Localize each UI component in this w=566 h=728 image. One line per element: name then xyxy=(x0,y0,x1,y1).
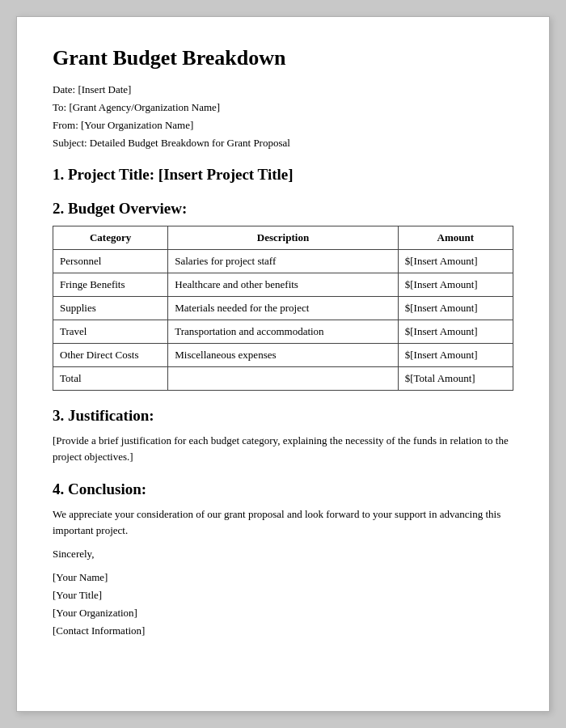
signature-block: [Your Name] [Your Title] [Your Organizat… xyxy=(53,569,513,640)
signature-title: [Your Title] xyxy=(53,586,513,604)
conclusion-text: We appreciate your consideration of our … xyxy=(53,506,513,538)
subject-line: Subject: Detailed Budget Breakdown for G… xyxy=(53,137,513,150)
table-cell-1-0: Fringe Benefits xyxy=(53,273,168,297)
table-row: Other Direct CostsMiscellaneous expenses… xyxy=(53,344,513,367)
signature-contact: [Contact Information] xyxy=(53,622,513,640)
to-line: To: [Grant Agency/Organization Name] xyxy=(53,101,513,114)
table-header-amount: Amount xyxy=(398,226,513,250)
table-cell-2-1: Materials needed for the project xyxy=(168,297,399,320)
table-cell-4-0: Other Direct Costs xyxy=(53,344,168,367)
table-cell-4-2: $[Insert Amount] xyxy=(398,344,513,367)
table-cell-5-1 xyxy=(168,367,399,391)
budget-table: Category Description Amount PersonnelSal… xyxy=(53,226,513,391)
signature-organization: [Your Organization] xyxy=(53,604,513,622)
sincerely-text: Sincerely, xyxy=(53,548,513,561)
table-cell-4-1: Miscellaneous expenses xyxy=(168,344,399,367)
table-cell-3-2: $[Insert Amount] xyxy=(398,320,513,344)
table-cell-2-2: $[Insert Amount] xyxy=(398,297,513,320)
justification-text: [Provide a brief justification for each … xyxy=(53,433,513,464)
table-cell-5-2: $[Total Amount] xyxy=(398,367,513,391)
signature-name: [Your Name] xyxy=(53,569,513,586)
table-row: Fringe BenefitsHealthcare and other bene… xyxy=(53,273,513,297)
justification-heading: 3. Justification: xyxy=(53,407,513,425)
table-header-category: Category xyxy=(53,226,168,250)
from-line: From: [Your Organization Name] xyxy=(53,119,513,132)
table-cell-2-0: Supplies xyxy=(53,297,168,320)
table-cell-1-2: $[Insert Amount] xyxy=(398,273,513,297)
table-row: Total$[Total Amount] xyxy=(53,367,513,391)
table-header-description: Description xyxy=(168,226,399,250)
table-row: SuppliesMaterials needed for the project… xyxy=(53,297,513,320)
document-page: Grant Budget Breakdown Date: [Insert Dat… xyxy=(16,16,550,712)
table-cell-0-2: $[Insert Amount] xyxy=(398,250,513,273)
table-cell-1-1: Healthcare and other benefits xyxy=(168,273,399,297)
date-line: Date: [Insert Date] xyxy=(53,83,513,96)
table-row: TravelTransportation and accommodation$[… xyxy=(53,320,513,344)
table-cell-3-0: Travel xyxy=(53,320,168,344)
table-cell-0-1: Salaries for project staff xyxy=(168,250,399,273)
table-cell-5-0: Total xyxy=(53,367,168,391)
document-title: Grant Budget Breakdown xyxy=(53,46,513,70)
project-title-heading: 1. Project Title: [Insert Project Title] xyxy=(53,166,513,184)
table-cell-0-0: Personnel xyxy=(53,250,168,273)
table-cell-3-1: Transportation and accommodation xyxy=(168,320,399,344)
table-row: PersonnelSalaries for project staff$[Ins… xyxy=(53,250,513,273)
budget-overview-heading: 2. Budget Overview: xyxy=(53,200,513,218)
conclusion-heading: 4. Conclusion: xyxy=(53,480,513,498)
